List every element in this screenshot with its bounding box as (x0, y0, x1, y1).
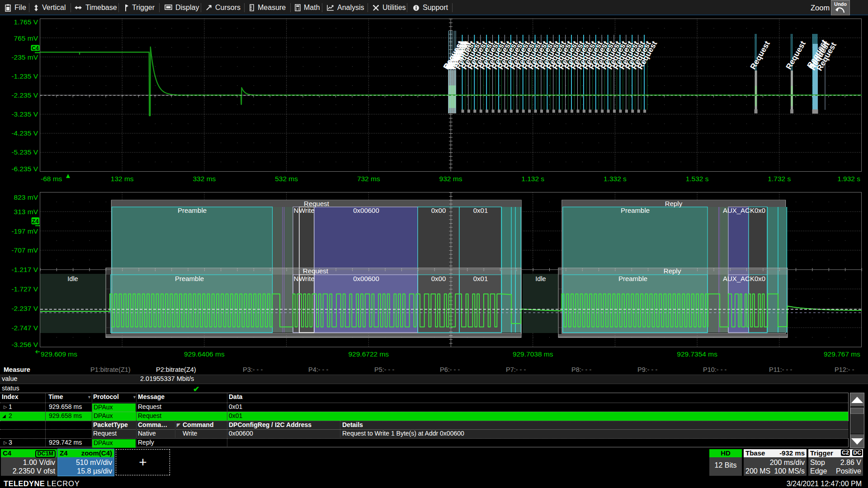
svg-text:Z4: Z4 (32, 218, 39, 225)
svg-text:929.7354 ms: 929.7354 ms (677, 350, 717, 358)
svg-text:Write: Write (299, 206, 315, 214)
svg-text:1.765 V: 1.765 V (14, 18, 38, 26)
svg-text:-3.256 V: -3.256 V (11, 341, 38, 348)
svg-text:C4: C4 (32, 45, 39, 52)
svg-text:929.7038 ms: 929.7038 ms (513, 350, 553, 358)
svg-text:Preamble: Preamble (178, 206, 207, 214)
svg-text:-235 mV: -235 mV (11, 53, 38, 61)
svg-text:Reply: Reply (664, 267, 681, 275)
svg-text:929.609 ms: 929.609 ms (41, 350, 77, 358)
svg-text:0x00600: 0x00600 (353, 206, 379, 214)
svg-text:-707 mV: -707 mV (11, 246, 38, 254)
svg-text:Write: Write (299, 275, 315, 282)
svg-text:Request: Request (784, 39, 807, 71)
svg-text:1.332 s: 1.332 s (604, 175, 627, 183)
svg-text:765 mV: 765 mV (14, 34, 38, 42)
svg-text:313 mV: 313 mV (14, 208, 38, 216)
svg-text:1.732 s: 1.732 s (768, 175, 791, 183)
svg-text:AUX_ACK0x0: AUX_ACK0x0 (723, 275, 765, 282)
svg-text:0x01: 0x01 (473, 206, 488, 214)
svg-text:-5.235 V: -5.235 V (11, 148, 38, 156)
svg-text:532 ms: 532 ms (275, 175, 298, 183)
svg-text:-1.727 V: -1.727 V (11, 285, 38, 293)
svg-text:-2.235 V: -2.235 V (11, 91, 38, 99)
svg-text:Preamble: Preamble (621, 206, 650, 214)
svg-text:-6.235 V: -6.235 V (11, 165, 38, 173)
svg-text:-1.217 V: -1.217 V (11, 266, 38, 273)
svg-text:Request: Request (303, 267, 329, 275)
svg-text:Request: Request (748, 39, 772, 71)
svg-text:929.6722 ms: 929.6722 ms (348, 350, 389, 358)
svg-text:823 mV: 823 mV (14, 193, 38, 201)
svg-text:0x00: 0x00 (431, 275, 446, 282)
svg-text:-197 mV: -197 mV (11, 227, 38, 235)
svg-text:0x01: 0x01 (473, 275, 488, 282)
svg-text:Idle: Idle (535, 275, 546, 282)
svg-text:-4.235 V: -4.235 V (11, 129, 38, 137)
svg-text:0x00600: 0x00600 (353, 275, 379, 282)
svg-text:Request: Request (304, 200, 330, 207)
svg-text:-2.747 V: -2.747 V (11, 324, 38, 332)
svg-text:-68 ms: -68 ms (41, 175, 62, 183)
svg-text:132 ms: 132 ms (111, 175, 134, 183)
svg-text:Reply: Reply (665, 200, 683, 207)
svg-text:0x00: 0x00 (431, 206, 446, 214)
svg-text:Preamble: Preamble (175, 275, 204, 282)
svg-text:929.767 ms: 929.767 ms (824, 350, 860, 358)
svg-text:1.932 s: 1.932 s (837, 175, 860, 183)
svg-text:-3.235 V: -3.235 V (11, 110, 38, 118)
svg-text:1.132 s: 1.132 s (521, 175, 544, 183)
svg-text:332 ms: 332 ms (193, 175, 216, 183)
svg-text:732 ms: 732 ms (357, 175, 380, 183)
svg-text:932 ms: 932 ms (439, 175, 462, 183)
svg-text:N: N (294, 206, 299, 214)
svg-text:AUX_ACK0x0: AUX_ACK0x0 (723, 206, 765, 214)
svg-text:Idle: Idle (67, 275, 78, 282)
svg-text:Preamble: Preamble (618, 275, 647, 282)
svg-text:1.532 s: 1.532 s (686, 175, 709, 183)
svg-text:-1.235 V: -1.235 V (11, 72, 38, 80)
svg-text:-2.237 V: -2.237 V (11, 305, 38, 312)
svg-text:929.6406 ms: 929.6406 ms (184, 350, 225, 358)
svg-text:N: N (294, 275, 299, 282)
